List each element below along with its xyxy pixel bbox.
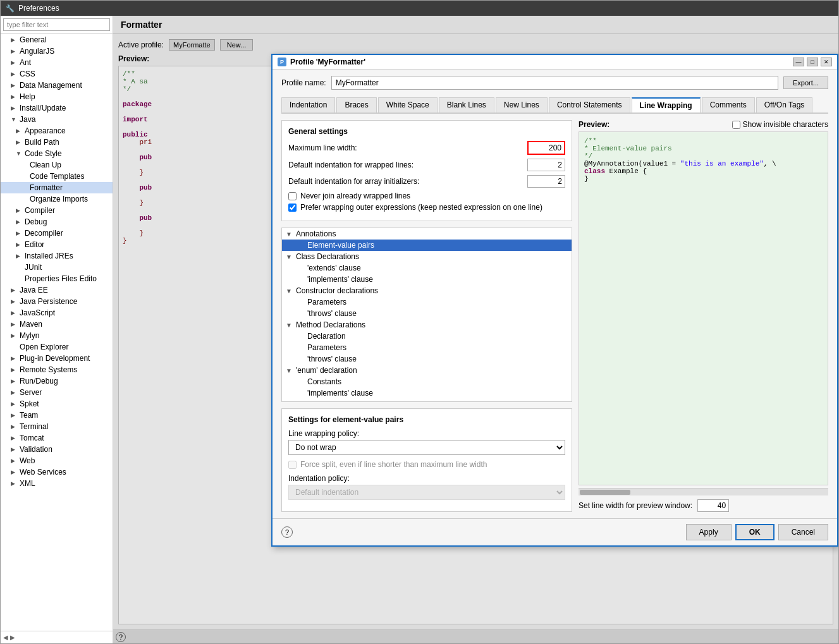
sidebar-item-web[interactable]: ▶Web xyxy=(1,455,113,466)
tree-node-method-declarations[interactable]: ▼Method Declarations xyxy=(282,319,572,331)
sidebar-item-organize-imports[interactable]: Organize Imports xyxy=(1,193,113,205)
tree-node-constructor-throws[interactable]: 'throws' clause xyxy=(282,308,572,319)
sidebar-item-appearance[interactable]: ▶Appearance xyxy=(1,125,113,137)
sidebar-item-help[interactable]: ▶Help xyxy=(1,91,113,102)
tree-node-annotations[interactable]: ▼Annotations xyxy=(282,228,572,240)
sidebar-item-mylyn[interactable]: ▶Mylyn xyxy=(1,330,113,341)
search-input[interactable] xyxy=(3,18,110,31)
max-line-width-input[interactable] xyxy=(527,141,565,155)
sidebar-item-xml[interactable]: ▶XML xyxy=(1,478,113,489)
sidebar-item-properties[interactable]: Properties Files Edito xyxy=(1,273,113,284)
tree-node-constant-args[interactable]: Constant arguments xyxy=(282,399,572,402)
sidebar-item-run-debug[interactable]: ▶Run/Debug xyxy=(1,375,113,387)
tree-node-constructor-params[interactable]: Parameters xyxy=(282,296,572,308)
force-split-row: Force split, even if line shorter than m… xyxy=(288,460,565,469)
tree-node-method-declaration[interactable]: Declaration xyxy=(282,331,572,342)
sidebar-item-general[interactable]: ▶General xyxy=(1,34,113,46)
sidebar-item-java[interactable]: ▼Java xyxy=(1,114,113,125)
dialog-help-icon[interactable]: ? xyxy=(281,526,293,538)
sidebar-item-data-management[interactable]: ▶Data Management xyxy=(1,80,113,91)
tab-comments[interactable]: Comments xyxy=(702,97,755,112)
tree-node-enum[interactable]: ▼'enum' declaration xyxy=(282,365,572,376)
profile-dialog: P Profile 'MyFormatter' — □ ✕ xyxy=(271,54,838,547)
prefer-wrapping-checkbox[interactable] xyxy=(288,204,297,212)
never-join-checkbox[interactable] xyxy=(288,192,297,200)
cancel-button[interactable]: Cancel xyxy=(778,524,828,540)
sidebar-item-clean-up[interactable]: Clean Up xyxy=(1,159,113,171)
tab-new-lines[interactable]: New Lines xyxy=(496,97,548,112)
tree-node-element-value-pairs[interactable]: Element-value pairs xyxy=(282,240,572,251)
show-invisible-checkbox[interactable] xyxy=(732,121,740,129)
tree-node-implements-enum[interactable]: 'implements' clause xyxy=(282,387,572,399)
line-wrapping-policy-select[interactable]: Do not wrap Wrap where necessary Wrap al… xyxy=(288,440,565,455)
sidebar-item-css[interactable]: ▶CSS xyxy=(1,68,113,80)
sidebar-item-java-persistence[interactable]: ▶Java Persistence xyxy=(1,296,113,307)
tree-node-class-declarations[interactable]: ▼Class Declarations xyxy=(282,251,572,262)
tab-white-space[interactable]: White Space xyxy=(378,97,438,112)
sidebar-item-code-style[interactable]: ▼Code Style xyxy=(1,148,113,159)
h-scroll-thumb[interactable] xyxy=(580,490,630,495)
sidebar-item-remote-systems[interactable]: ▶Remote Systems xyxy=(1,364,113,375)
preview-horizontal-scrollbar[interactable] xyxy=(579,488,828,495)
sidebar-item-decompiler[interactable]: ▶Decompiler xyxy=(1,228,113,239)
dialog-title-controls: — □ ✕ xyxy=(793,58,832,66)
sidebar-item-open-explorer[interactable]: Open Explorer xyxy=(1,341,113,353)
tab-indentation[interactable]: Indentation xyxy=(281,97,335,112)
tree-node-implements-class[interactable]: 'implements' clause xyxy=(282,274,572,285)
sidebar-item-code-templates[interactable]: Code Templates xyxy=(1,171,113,182)
sidebar-item-tomcat[interactable]: ▶Tomcat xyxy=(1,432,113,444)
maximize-button[interactable]: □ xyxy=(807,58,818,66)
ok-button[interactable]: OK xyxy=(735,524,775,540)
profile-name-input[interactable] xyxy=(331,76,778,90)
tree-node-constants[interactable]: Constants xyxy=(282,376,572,387)
sidebar-item-build-path[interactable]: ▶Build Path xyxy=(1,137,113,148)
default-indent-array-input[interactable] xyxy=(527,175,565,188)
tab-line-wrapping[interactable]: Line Wrapping xyxy=(632,97,701,112)
force-split-label: Force split, even if line shorter than m… xyxy=(300,460,487,469)
sidebar-item-team[interactable]: ▶Team xyxy=(1,410,113,421)
close-button[interactable]: ✕ xyxy=(821,58,832,66)
sidebar-item-server[interactable]: ▶Server xyxy=(1,387,113,398)
indentation-policy-label: Indentation policy: xyxy=(288,474,565,483)
right-preview-title: Preview: xyxy=(579,120,609,129)
tree-node-method-throws[interactable]: 'throws' clause xyxy=(282,353,572,365)
force-split-checkbox[interactable] xyxy=(288,461,297,469)
tab-blank-lines[interactable]: Blank Lines xyxy=(439,97,494,112)
line-width-input[interactable] xyxy=(697,499,729,512)
sidebar-item-angularjs[interactable]: ▶AngularJS xyxy=(1,46,113,57)
sidebar-item-terminal[interactable]: ▶Terminal xyxy=(1,421,113,432)
tree-node-method-params[interactable]: Parameters xyxy=(282,342,572,353)
sidebar-item-javascript[interactable]: ▶JavaScript xyxy=(1,307,113,319)
sidebar-item-junit[interactable]: JUnit xyxy=(1,262,113,273)
prefer-wrapping-row: Prefer wrapping outer expressions (keep … xyxy=(288,203,565,212)
tree-node-extends[interactable]: 'extends' clause xyxy=(282,262,572,274)
sidebar-item-validation[interactable]: ▶Validation xyxy=(1,444,113,455)
sidebar-item-maven[interactable]: ▶Maven xyxy=(1,319,113,330)
indentation-policy-select[interactable]: Default indentation xyxy=(288,485,565,500)
sidebar-item-editor[interactable]: ▶Editor xyxy=(1,239,113,250)
sidebar-item-plugin-development[interactable]: ▶Plug-in Development xyxy=(1,353,113,364)
tab-control-statements[interactable]: Control Statements xyxy=(549,97,630,112)
line-wrapping-policy-label: Line wrapping policy: xyxy=(288,429,565,438)
dialog-footer: ? Apply OK Cancel xyxy=(273,518,837,545)
default-indent-wrapped-label: Default indentation for wrapped lines: xyxy=(288,161,527,169)
default-indent-wrapped-row: Default indentation for wrapped lines: xyxy=(288,159,565,171)
sidebar-item-formatter[interactable]: Formatter xyxy=(1,182,113,193)
minimize-button[interactable]: — xyxy=(793,58,804,66)
export-button[interactable]: Export... xyxy=(783,76,828,89)
tab-off-on-tags[interactable]: Off/On Tags xyxy=(756,97,813,112)
sidebar-item-java-ee[interactable]: ▶Java EE xyxy=(1,284,113,296)
sidebar-item-install-update[interactable]: ▶Install/Update xyxy=(1,102,113,114)
settings-for-box: Settings for element-value pairs Line wr… xyxy=(281,408,572,512)
sidebar-item-installed-jres[interactable]: ▶Installed JREs xyxy=(1,250,113,262)
tree-node-constructor[interactable]: ▼Constructor declarations xyxy=(282,285,572,296)
apply-button[interactable]: Apply xyxy=(686,524,732,540)
sidebar-item-ant[interactable]: ▶Ant xyxy=(1,57,113,68)
sidebar-item-spket[interactable]: ▶Spket xyxy=(1,398,113,410)
sidebar-item-compiler[interactable]: ▶Compiler xyxy=(1,205,113,216)
sidebar-item-debug[interactable]: ▶Debug xyxy=(1,216,113,228)
default-indent-wrapped-input[interactable] xyxy=(527,159,565,171)
right-preview-code: /** * Element-value pairs */ @MyAnnotati… xyxy=(579,131,828,485)
tab-braces[interactable]: Braces xyxy=(336,97,376,112)
sidebar-item-web-services[interactable]: ▶Web Services xyxy=(1,466,113,478)
